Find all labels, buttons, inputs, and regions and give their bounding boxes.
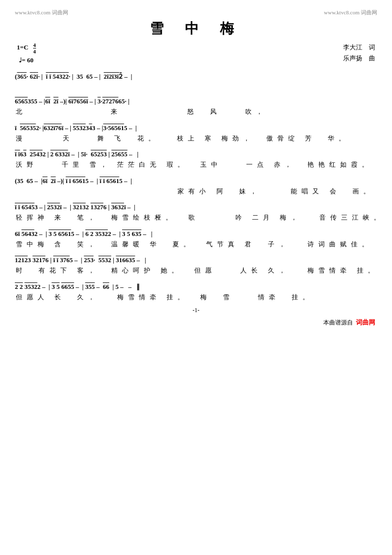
- header-watermark: www.ktvc8.com 词曲网 www.ktvc8.com 词曲网: [15, 9, 377, 16]
- lyrics-line-8: 时 有花下 客， 精心呵护 她。 但愿 人长 久， 梅雪情牵 挂。: [15, 267, 377, 276]
- page-number: -1-: [15, 307, 377, 314]
- notation-line-2: 6565355 – |6ī 2ī –)| 6ī7656ī – | 3·27276…: [15, 95, 377, 108]
- notation-line-9: 2 2 35322 – | 3 5 6655 – | 355 – 66 | 5 …: [15, 280, 377, 293]
- footer-brand: 词曲网: [356, 318, 375, 327]
- lyrics-line-6: 轻挥神 来 笔， 梅雪绘枝桠。 歌 吟 二月 梅， 音传三江峡。: [15, 214, 377, 223]
- key-time: 1=C 4 4 ♩= 60: [17, 42, 36, 69]
- meta-right: 李大江 词 乐声扬 曲: [343, 42, 375, 64]
- lyrics-line-7: 雪中梅 含 笑， 温馨暖 华 夏。 气节真 君 子， 诗词曲赋佳。: [15, 240, 377, 249]
- notation-line-5: (35 65 – |6ī 2ī –)| ī ī 65615 – | ī ī 65…: [15, 175, 377, 187]
- lyricist: 李大江 词: [343, 42, 375, 53]
- watermark-right: www.ktvc8.com 词曲网: [324, 9, 377, 16]
- notation-line-7: 6ī 56432 – | 3 5 65615 – | 6 2 35322 – |…: [15, 228, 377, 240]
- lyrics-line-2: 北 来 怒 风 吹，: [15, 108, 377, 117]
- notation-line-3: ī 565352· |632ī76ī – | 5532343 – |3·5656…: [15, 122, 377, 135]
- song-title: 雪 中 梅: [15, 19, 377, 38]
- lyrics-line-4: 沃野 千里 雪， 茫茫白无 瑕。 玉中 一点 赤， 艳艳红如霞。: [15, 161, 377, 170]
- notation-line-4: ī ī63 25432 | 2 6332ī – | 5ī· 65253 | 25…: [15, 148, 377, 161]
- page: www.ktvc8.com 词曲网 www.ktvc8.com 词曲网 雪 中 …: [0, 0, 392, 555]
- lyrics-line-9: 但愿人 长 久， 梅雪情牵 挂。 梅 雪 情牵 挂。: [15, 293, 377, 302]
- meta-row: 1=C 4 4 ♩= 60 李大江 词 乐声扬 曲: [15, 42, 377, 69]
- notation-line-1: (365· 62ī· | ī ī 54322· | 35 65 – | 2ī2ī…: [15, 70, 377, 83]
- score-area: (365· 62ī· | ī ī 54322· | 35 65 – | 2ī2ī…: [15, 70, 377, 302]
- time-sig: 4 4: [33, 44, 36, 51]
- lyrics-line-3: 漫 天 舞 飞 花。 枝上 寒 梅劲， 傲骨绽 芳 华。: [15, 135, 377, 143]
- footer-label: 本曲谱源自: [323, 319, 353, 327]
- key-label: 1=C: [17, 44, 32, 51]
- lyrics-line-5: 家有小 阿 妹， 能唱又 会 画。: [15, 187, 377, 196]
- notation-line-6: ī ī 65453 – | 2532ī – | 32132 13276 | 36…: [15, 201, 377, 214]
- lyrics-line-1: [15, 83, 377, 90]
- footer: 本曲谱源自 词曲网: [15, 318, 377, 327]
- watermark-left: www.ktvc8.com 词曲网: [15, 9, 68, 16]
- notation-line-8: 12123 32176 | ī ī 3765 – | 253· 5532 | 3…: [15, 254, 377, 267]
- tempo: ♩= 60: [17, 56, 36, 64]
- composer: 乐声扬 曲: [343, 53, 375, 64]
